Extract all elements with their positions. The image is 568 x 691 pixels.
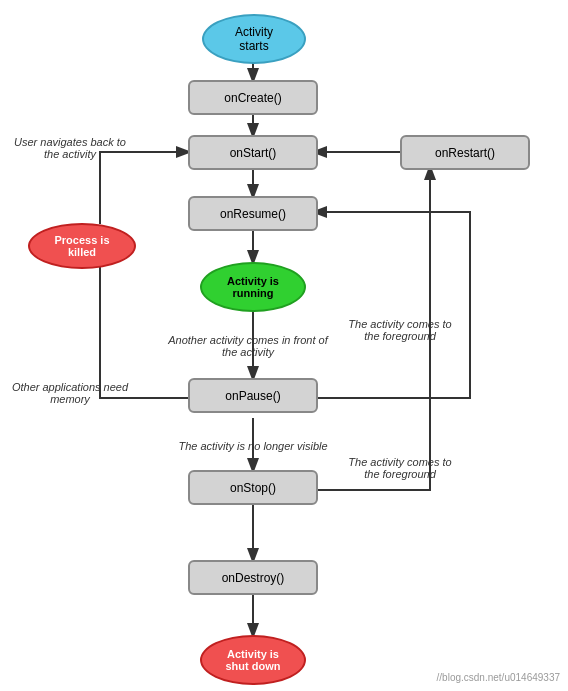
another-activity-label: Another activity comes in front of the a…	[168, 318, 328, 373]
activity-starts-label: Activity starts	[220, 25, 288, 53]
on-start-node: onStart()	[188, 135, 318, 170]
on-restart-node: onRestart()	[400, 135, 530, 170]
on-create-node: onCreate()	[188, 80, 318, 115]
activity-running-label: Activity is running	[216, 275, 290, 299]
activity-running-node: Activity is running	[200, 262, 306, 312]
on-stop-node: onStop()	[188, 470, 318, 505]
comes-foreground-1-label: The activity comes to the foreground	[340, 300, 460, 360]
user-navigates-label: User navigates back to the activity	[10, 115, 130, 180]
on-start-label: onStart()	[230, 146, 277, 160]
activity-starts-node: Activity starts	[202, 14, 306, 64]
other-apps-label: Other applications need memory	[10, 365, 130, 420]
on-resume-node: onResume()	[188, 196, 318, 231]
on-stop-label: onStop()	[230, 481, 276, 495]
on-restart-label: onRestart()	[435, 146, 495, 160]
process-killed-node: Process is killed	[28, 223, 136, 269]
on-create-label: onCreate()	[224, 91, 281, 105]
no-longer-visible-label: The activity is no longer visible	[168, 428, 338, 463]
activity-shutdown-label: Activity is shut down	[216, 648, 290, 672]
on-destroy-label: onDestroy()	[222, 571, 285, 585]
on-resume-label: onResume()	[220, 207, 286, 221]
process-killed-label: Process is killed	[44, 234, 120, 258]
on-pause-node: onPause()	[188, 378, 318, 413]
on-destroy-node: onDestroy()	[188, 560, 318, 595]
activity-shutdown-node: Activity is shut down	[200, 635, 306, 685]
on-pause-label: onPause()	[225, 389, 280, 403]
comes-foreground-2-label: The activity comes to the foreground	[340, 440, 460, 495]
watermark: //blog.csdn.net/u014649337	[437, 672, 560, 683]
